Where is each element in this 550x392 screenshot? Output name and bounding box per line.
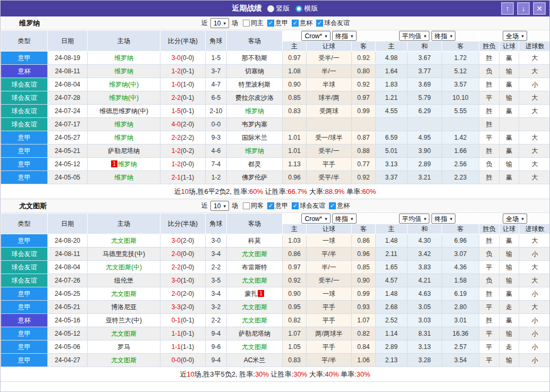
subcol-odds-handicap: 让球 (307, 224, 352, 234)
result-goals-cell: 大 (519, 105, 550, 118)
scope-select[interactable]: 全场▾ (503, 31, 527, 41)
odds-time-select[interactable]: 终指▾ (332, 31, 357, 41)
halftime-score: (1-0) (181, 277, 194, 284)
avg-away-cell: 6.96 (442, 234, 479, 248)
scope-header: 全场▾ (479, 31, 550, 41)
dropdown-arrow-icon: ▾ (223, 202, 226, 210)
subcol-avg-draw: 和 (408, 41, 442, 52)
home-team-name: 维罗纳 (114, 134, 133, 141)
avg-source-select[interactable]: 平均值▾ (399, 31, 430, 41)
away-team-name: 布雷斯特 (242, 263, 267, 271)
checkbox-unchecked-icon[interactable] (243, 202, 250, 209)
odds-home-cell: 0.97 (283, 52, 307, 65)
halftime-score: (0-1) (181, 94, 194, 101)
same-venue-filter[interactable]: 同客 (243, 201, 264, 210)
near-label: 近 (201, 201, 208, 210)
same-venue-filter[interactable]: 同主 (243, 19, 264, 28)
result-handicap-cell: 赢 (500, 144, 519, 158)
red-card-badge: 1 (258, 290, 264, 297)
score-cell: 3-0(1-0) (160, 274, 206, 287)
halftime-score: (0-0) (181, 54, 194, 62)
avg-source-header: 平均值▾ 终指▾ (376, 214, 479, 224)
avg-away-cell (442, 118, 479, 131)
checkbox-checked-icon[interactable]: ✓ (329, 202, 336, 209)
away-team-cell: 维罗纳 (227, 144, 283, 158)
checkbox-checked-icon[interactable]: ✓ (316, 20, 323, 27)
date-cell: 24-08-19 (48, 52, 88, 65)
avg-away-cell: 3.57 (442, 78, 479, 91)
home-team-cell: 尤文图斯 (88, 287, 160, 301)
away-team-cell: 维罗纳 (227, 105, 283, 118)
odds-source-select[interactable]: Crow*▾ (301, 214, 330, 224)
score-cell: 1-1(1-1) (160, 340, 206, 354)
avg-home-cell: 6.59 (376, 131, 408, 144)
avg-away-cell: 1.72 (442, 52, 479, 65)
avg-time-select[interactable]: 终指▾ (431, 214, 456, 224)
odds-away-cell: 0.77 (352, 158, 376, 171)
fulltime-score: 4-0 (172, 121, 181, 128)
radio-selected-icon[interactable] (267, 5, 274, 12)
checkbox-checked-icon[interactable]: ✓ (267, 20, 274, 27)
halftime-score: (2-0) (181, 303, 194, 311)
avg-home-cell: 1.64 (376, 65, 408, 78)
odds-home-cell: 0.82 (283, 314, 307, 327)
odds-away-cell: 1.06 (352, 354, 376, 367)
checkmark-icon: ✓ (293, 20, 298, 26)
result-outcome-cell: 胜 (479, 287, 500, 301)
title-bar-center: 近期战绩 竖版 横版 (1, 1, 549, 16)
league-filter-coppa[interactable]: ✓ 意杯 (292, 19, 312, 28)
result-goals-cell: 大 (519, 261, 550, 274)
avg-source-select[interactable]: 平均值▾ (399, 214, 430, 224)
match-count-select[interactable]: 10▾ (210, 201, 229, 211)
away-team-name: 尤文图斯 (242, 303, 267, 311)
away-team-cell: 佛罗伦萨 (227, 171, 283, 184)
radio-unselected-icon[interactable] (295, 5, 302, 12)
home-team-cell: 维罗纳 (88, 171, 160, 184)
match-count-select[interactable]: 10▾ (210, 18, 229, 28)
subcol-result-outcome: 胜负 (479, 41, 500, 52)
move-up-button[interactable]: ↑ (501, 2, 514, 15)
checkmark-icon: ✓ (268, 20, 273, 26)
league-filter-coppa[interactable]: ✓ 意杯 (329, 201, 350, 210)
radio-horizontal-layout[interactable]: 横版 (295, 4, 318, 13)
filter-controls: 近 10▾ 场 同客 ✓ 意甲 ✓ 球会友谊 ✓ 意杯 (112, 201, 438, 211)
corners-cell: 2-2 (206, 314, 227, 327)
odds-time-select[interactable]: 终指▾ (332, 214, 357, 224)
away-team-cell: 萨勒尼塔纳 (227, 327, 283, 340)
avg-home-cell: 1.48 (376, 234, 408, 248)
summary-segment: 66.7% (287, 188, 307, 195)
avg-time-select[interactable]: 终指▾ (431, 31, 456, 41)
same-venue-label: 同客 (251, 201, 264, 210)
score-cell: 0-0(0-0) (160, 354, 206, 367)
league-filter-friendly[interactable]: ✓ 球会友谊 (316, 19, 350, 28)
checkbox-checked-icon[interactable]: ✓ (292, 202, 299, 209)
odds-home-cell: 0.92 (283, 274, 307, 287)
league-badge: 意甲 (1, 340, 48, 354)
close-button[interactable]: ✕ (533, 2, 546, 15)
odds-handicap-cell: 一球 (307, 287, 352, 301)
league-filter-serie-a[interactable]: ✓ 意甲 (267, 201, 288, 210)
checkbox-unchecked-icon[interactable] (243, 20, 250, 27)
move-down-button[interactable]: ↓ (517, 2, 530, 15)
league-filter-serie-a[interactable]: ✓ 意甲 (267, 19, 288, 28)
checkbox-checked-icon[interactable]: ✓ (267, 202, 274, 209)
dropdown-arrow-icon: ▾ (450, 32, 453, 40)
radio-vertical-layout[interactable]: 竖版 (267, 4, 290, 13)
halftime-score: (0-1) (181, 67, 194, 75)
date-cell: 24-05-12 (48, 158, 88, 171)
checkmark-icon: ✓ (268, 203, 273, 209)
odds-source-select[interactable]: Crow*▾ (301, 31, 330, 41)
col-header-date: 日期 (48, 214, 88, 234)
avg-draw-cell: 4.95 (408, 131, 442, 144)
checkbox-checked-icon[interactable]: ✓ (292, 20, 299, 27)
date-cell: 24-05-05 (48, 171, 88, 184)
date-cell: 24-07-28 (48, 91, 88, 105)
league-badge: 球会友谊 (1, 274, 48, 287)
avg-draw-cell: 3.05 (408, 301, 442, 314)
league-filter-friendly[interactable]: ✓ 球会友谊 (292, 201, 325, 210)
corners-cell: 3-4 (206, 287, 227, 301)
scope-select[interactable]: 全场▾ (503, 214, 527, 224)
match-row: 意甲24-05-21博洛尼亚3-3(2-0)3-2尤文图斯0.95平手0.932… (1, 301, 550, 314)
home-team-name: 尤文图斯 (111, 290, 137, 297)
window-buttons: ↑ ↓ ✕ (501, 2, 546, 15)
